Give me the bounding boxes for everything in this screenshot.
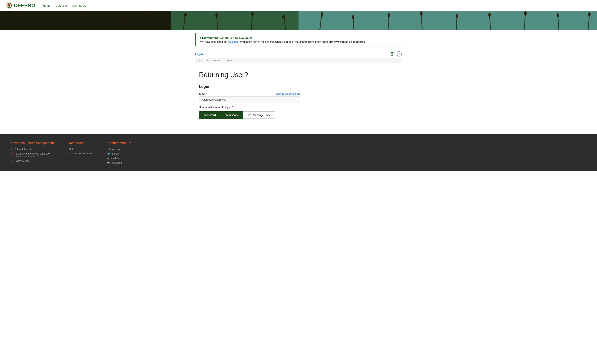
nav-contact-us[interactable]: Contact Us	[72, 4, 86, 7]
footer-col-connect: Connect With Us f Facebook 🐦 Twitter ▶ Y…	[107, 141, 131, 166]
svg-point-29	[146, 11, 149, 15]
announcement-prefix: We have populated the	[200, 40, 228, 43]
footer-col1-list: ⊙ Offero Information 📍 1315 Oakridge Dri…	[11, 148, 54, 162]
announcement-check-out: Check out	[275, 40, 288, 43]
how-login-label: How would you like to log in?	[199, 106, 300, 109]
login-box: Login Email:* Change Email Address How w…	[199, 85, 300, 119]
header-icons: ?	[389, 51, 402, 56]
nav-calendar[interactable]: Calendar	[55, 4, 67, 7]
footer-phone: 📞 970.377.0077	[11, 159, 54, 162]
footer-offero-info[interactable]: ⊙ Offero Information	[11, 148, 54, 151]
breadcrumb-sep-1: /	[211, 59, 212, 62]
section-header: Login ?	[195, 50, 402, 56]
calendar-link[interactable]: calendar	[228, 40, 238, 43]
text-message-code-button[interactable]: Text Message Code	[243, 111, 275, 119]
help-icon[interactable]: ?	[397, 51, 402, 56]
announcement-bold-suffix: get involved and get outside	[329, 40, 365, 43]
page-title: Returning User?	[199, 71, 398, 79]
eye-icon[interactable]	[389, 51, 395, 56]
svg-point-34	[321, 12, 323, 17]
footer-col-resources: Resources Help Squarei Technologies	[69, 141, 92, 166]
email-label: Email:*	[199, 92, 207, 95]
email-input[interactable]	[199, 96, 300, 103]
announcement-suffix: all of the opportunities there are to	[288, 40, 329, 43]
login-method-buttons: Password Email Code Text Message Code	[199, 111, 300, 119]
svg-point-36	[388, 13, 390, 17]
footer: Offero Volunteer Management ⊙ Offero Inf…	[0, 134, 597, 171]
svg-point-38	[456, 14, 459, 18]
email-code-button[interactable]: Email Code	[220, 111, 243, 119]
footer-col1-heading: Offero Volunteer Management	[11, 141, 54, 145]
svg-point-35	[352, 15, 354, 19]
footer-instagram[interactable]: 📷 Instagram	[107, 161, 131, 164]
footer-twitter[interactable]: 🐦 Twitter	[107, 152, 131, 155]
svg-point-28	[120, 15, 123, 18]
password-button[interactable]: Password	[199, 111, 220, 119]
footer-squarei[interactable]: Squarei Technologies	[69, 152, 92, 155]
breadcrumb-current: Login	[226, 59, 232, 62]
svg-point-25	[22, 12, 25, 16]
announcement-title: Programming Schedule now available!	[200, 36, 398, 39]
home-icon: ⌂	[213, 59, 215, 62]
footer-facebook[interactable]: f Facebook	[107, 148, 131, 151]
footer-col-offero: Offero Volunteer Management ⊙ Offero Inf…	[11, 141, 54, 166]
nav-home[interactable]: Home	[43, 4, 50, 7]
footer-col2-list: Help Squarei Technologies	[69, 148, 92, 155]
twitter-icon: 🐦	[107, 152, 110, 155]
phone-icon: 📞	[11, 160, 14, 162]
breadcrumb-offero[interactable]: Offero	[215, 59, 222, 62]
announcement-end: .	[365, 40, 366, 43]
footer-address: 📍 1315 Oakridge Drive, Suite 100 Fort Co…	[11, 152, 54, 158]
main-content: Returning User? Login Email:* Change Ema…	[195, 63, 402, 134]
svg-point-44	[392, 53, 393, 55]
footer-col2-heading: Resources	[69, 141, 92, 145]
hero-banner	[0, 11, 597, 30]
announcement-middle: through the end of the season.	[238, 40, 275, 43]
svg-point-39	[488, 13, 491, 17]
svg-point-32	[251, 12, 254, 16]
facebook-icon: f	[107, 148, 108, 151]
navbar: OFFERO Home Calendar Contact Us	[0, 0, 597, 11]
email-form-row: Email:* Change Email Address	[199, 92, 300, 95]
svg-point-30	[184, 13, 187, 17]
nav-links: Home Calendar Contact Us	[43, 4, 86, 7]
svg-point-31	[215, 14, 218, 17]
hero-reed-graphic	[0, 11, 597, 30]
announcement-banner: Programming Schedule now available! We h…	[195, 33, 402, 46]
svg-point-42	[588, 12, 591, 16]
logo-text: OFFERO	[14, 3, 35, 8]
svg-point-26	[49, 13, 52, 17]
svg-rect-6	[298, 11, 597, 30]
login-label: Login	[195, 52, 203, 55]
link-icon: ⊙	[11, 148, 13, 151]
breadcrumb: offero.com / ⌂Offero / Login	[195, 58, 402, 63]
svg-text:?: ?	[398, 52, 400, 55]
breadcrumb-sep-2: /	[224, 59, 224, 62]
footer-help[interactable]: Help	[69, 148, 92, 151]
announcement-body: We have populated the calendar through t…	[200, 40, 398, 43]
logo[interactable]: OFFERO	[6, 2, 35, 9]
pin-icon: 📍	[11, 152, 14, 155]
footer-col3-heading: Connect With Us	[107, 141, 131, 145]
instagram-icon: 📷	[107, 162, 110, 164]
youtube-icon: ▶	[107, 157, 109, 160]
logo-icon	[6, 2, 13, 9]
svg-point-40	[524, 11, 527, 15]
footer-youtube[interactable]: ▶ YouTube	[107, 157, 131, 160]
breadcrumb-offero-com[interactable]: offero.com	[198, 59, 209, 62]
svg-point-3	[9, 5, 10, 6]
svg-point-33	[282, 15, 285, 19]
footer-col3-list: f Facebook 🐦 Twitter ▶ YouTube 📷 Instagr…	[107, 148, 131, 164]
svg-point-37	[420, 11, 423, 16]
login-heading: Login	[199, 85, 300, 89]
change-email-link[interactable]: Change Email Address	[275, 92, 300, 95]
svg-point-27	[82, 12, 85, 16]
svg-point-41	[557, 14, 559, 17]
